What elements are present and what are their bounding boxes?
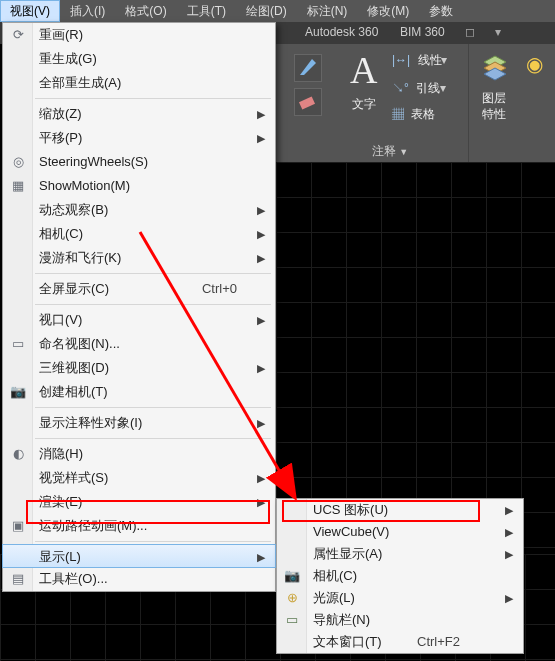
panel-annotation-label: 注释 ▼ <box>372 143 408 160</box>
mi-steeringwheels[interactable]: ◎SteeringWheels(S) <box>3 150 275 174</box>
separator <box>35 541 271 542</box>
mi-camera[interactable]: 相机(C)▶ <box>3 222 275 246</box>
mi-createcamera[interactable]: 📷创建相机(T) <box>3 380 275 404</box>
separator <box>35 407 271 408</box>
motionpath-icon: ▣ <box>9 517 27 535</box>
mi-viewport[interactable]: 视口(V)▶ <box>3 308 275 332</box>
light-icon: ⊕ <box>283 589 301 607</box>
linear-label: 线性 <box>418 53 442 67</box>
leader-button[interactable]: ↘° 引线 ▾ <box>392 80 446 97</box>
chevron-right-icon: ▶ <box>257 246 265 270</box>
view-menu-dropdown: ⟳重画(R) 重生成(G) 全部重生成(A) 缩放(Z)▶ 平移(P)▶ ◎St… <box>2 22 276 592</box>
separator <box>35 304 271 305</box>
mi-fullscreen[interactable]: 全屏显示(C)Ctrl+0 <box>3 277 275 301</box>
mi-toolbar[interactable]: ▤工具栏(O)... <box>3 567 275 591</box>
chevron-right-icon: ▶ <box>257 222 265 246</box>
layer-label: 图层 <box>482 90 506 107</box>
chevron-right-icon: ▶ <box>505 521 513 543</box>
mi-pan[interactable]: 平移(P)▶ <box>3 126 275 150</box>
table-button[interactable]: ▦ 表格 <box>392 106 431 123</box>
table-label: 表格 <box>411 107 435 121</box>
tab-bim360[interactable]: BIM 360 <box>400 25 445 39</box>
chevron-right-icon: ▶ <box>257 356 265 380</box>
smi-ucsicon[interactable]: UCS 图标(U)▶ <box>277 499 523 521</box>
menu-tools[interactable]: 工具(T) <box>177 0 236 22</box>
mi-orbit[interactable]: 动态观察(B)▶ <box>3 198 275 222</box>
mi-redraw[interactable]: ⟳重画(R) <box>3 23 275 47</box>
hide-icon: ◐ <box>9 445 27 463</box>
camera-icon: 📷 <box>283 567 301 585</box>
dimension-linear-button[interactable]: |↔| 线性 ▾ <box>392 52 447 69</box>
chevron-right-icon: ▶ <box>257 411 265 435</box>
mi-zoom[interactable]: 缩放(Z)▶ <box>3 102 275 126</box>
mi-namedview[interactable]: ▭命名视图(N)... <box>3 332 275 356</box>
leader-label: 引线 <box>416 81 440 95</box>
camera-icon: 📷 <box>9 383 27 401</box>
bulb-icon[interactable]: ◉ <box>526 52 543 76</box>
mi-motionpath[interactable]: ▣运动路径动画(M)... <box>3 514 275 538</box>
mi-annotative[interactable]: 显示注释性对象(I)▶ <box>3 411 275 435</box>
layer-properties-button[interactable]: 图层 特性 <box>478 52 512 86</box>
separator <box>35 438 271 439</box>
layer-prop-label: 特性 <box>482 106 506 123</box>
toolbar-icon: ▤ <box>9 570 27 588</box>
chevron-right-icon: ▶ <box>257 490 265 514</box>
chevron-right-icon: ▶ <box>257 545 265 569</box>
smi-viewcube[interactable]: ViewCube(V)▶ <box>277 521 523 543</box>
menu-param[interactable]: 参数 <box>419 0 463 22</box>
chevron-right-icon: ▶ <box>257 198 265 222</box>
smi-textwindow[interactable]: 文本窗口(T)Ctrl+F2 <box>277 631 523 653</box>
menu-view[interactable]: 视图(V) <box>0 0 60 22</box>
menu-dimension[interactable]: 标注(N) <box>297 0 358 22</box>
shortcut-label: Ctrl+0 <box>202 277 237 301</box>
smi-camera[interactable]: 📷相机(C) <box>277 565 523 587</box>
smi-attrdisp[interactable]: 属性显示(A)▶ <box>277 543 523 565</box>
smi-light[interactable]: ⊕光源(L)▶ <box>277 587 523 609</box>
mi-showmotion[interactable]: ▦ShowMotion(M) <box>3 174 275 198</box>
menu-format[interactable]: 格式(O) <box>115 0 176 22</box>
chevron-right-icon: ▶ <box>257 126 265 150</box>
chevron-right-icon: ▶ <box>257 466 265 490</box>
menu-bar: 视图(V) 插入(I) 格式(O) 工具(T) 绘图(D) 标注(N) 修改(M… <box>0 0 555 22</box>
tab-autodesk360[interactable]: Autodesk 360 <box>305 25 378 39</box>
mi-3dview[interactable]: 三维视图(D)▶ <box>3 356 275 380</box>
mi-regen[interactable]: 重生成(G) <box>3 47 275 71</box>
smi-navbar[interactable]: ▭导航栏(N) <box>277 609 523 631</box>
separator <box>35 98 271 99</box>
mi-render[interactable]: 渲染(E)▶ <box>3 490 275 514</box>
wheel-icon: ◎ <box>9 153 27 171</box>
mi-visualstyle[interactable]: 视觉样式(S)▶ <box>3 466 275 490</box>
eraser-icon[interactable] <box>294 88 322 116</box>
chevron-right-icon: ▶ <box>505 543 513 565</box>
menu-insert[interactable]: 插入(I) <box>60 0 115 22</box>
svg-rect-0 <box>299 96 315 109</box>
chevron-right-icon: ▶ <box>505 587 513 609</box>
text-button-label: 文字 <box>352 96 376 113</box>
namedview-icon: ▭ <box>9 335 27 353</box>
ribbon: A 文字 |↔| 线性 ▾ ↘° 引线 ▾ ▦ 表格 图层 特性 ◉ 注释 ▼ <box>276 44 555 162</box>
text-button[interactable]: A 文字 <box>346 50 381 90</box>
mi-display[interactable]: 显示(L)▶ <box>2 544 276 568</box>
menu-modify[interactable]: 修改(M) <box>357 0 419 22</box>
shortcut-label: Ctrl+F2 <box>417 631 460 653</box>
chevron-right-icon: ▶ <box>505 499 513 521</box>
separator <box>35 273 271 274</box>
chevron-right-icon: ▶ <box>257 102 265 126</box>
display-submenu: UCS 图标(U)▶ ViewCube(V)▶ 属性显示(A)▶ 📷相机(C) … <box>276 498 524 654</box>
mi-regenall[interactable]: 全部重生成(A) <box>3 71 275 95</box>
navbar-icon: ▭ <box>283 611 301 629</box>
tab-feature-icon[interactable]: ◻ <box>465 25 475 39</box>
mi-hide[interactable]: ◐消隐(H) <box>3 442 275 466</box>
mi-walkfly[interactable]: 漫游和飞行(K)▶ <box>3 246 275 270</box>
tab-arrow-icon[interactable]: ▾ <box>495 25 501 39</box>
film-icon: ▦ <box>9 177 27 195</box>
redraw-icon: ⟳ <box>9 26 27 44</box>
menu-draw[interactable]: 绘图(D) <box>236 0 297 22</box>
brush-icon[interactable] <box>294 54 322 82</box>
chevron-right-icon: ▶ <box>257 308 265 332</box>
